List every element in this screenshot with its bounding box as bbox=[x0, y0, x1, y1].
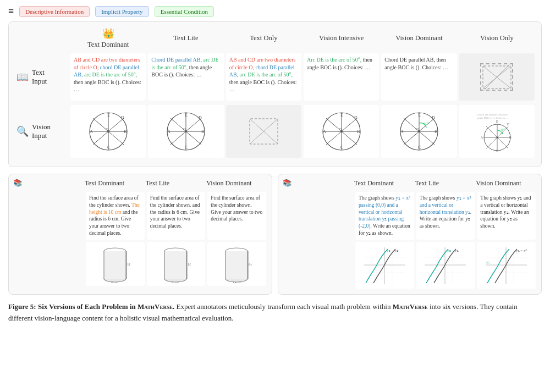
svg-text:10 cm: 10 cm bbox=[188, 262, 191, 267]
legend-icon: ≡ bbox=[8, 5, 14, 17]
svg-text:C: C bbox=[107, 145, 110, 150]
cylinder-content: Find the surface area of the cylinder sh… bbox=[13, 191, 267, 287]
ex-header-text-dom-2: Text Dominant bbox=[354, 179, 415, 187]
svg-text:C: C bbox=[418, 145, 421, 150]
text-input-row: 📖 TextInput AB and CD are two diameters … bbox=[14, 52, 536, 102]
caption-mathverse: MathVerse bbox=[138, 302, 173, 311]
vision-input-row: 🔍 VisionInput E D B A C O bbox=[14, 104, 536, 159]
svg-text:10 cm: 10 cm bbox=[127, 262, 130, 267]
svg-text:B: B bbox=[435, 129, 437, 134]
graph-img-1: y₁ y₂ bbox=[355, 242, 414, 289]
svg-text:y₁: y₁ bbox=[455, 249, 459, 253]
ex-header-text-dom-1: Text Dominant bbox=[85, 179, 146, 187]
svg-text:E: E bbox=[340, 113, 343, 118]
graph-img-3: y₁ = x³ y₂ bbox=[477, 242, 536, 289]
caption-body: Expert annotators meticulously transform… bbox=[177, 302, 393, 311]
svg-text:50°: 50° bbox=[424, 122, 429, 126]
col-header-label-1: Text Dominant bbox=[87, 41, 129, 49]
cylinder-img-1: 10 cm 6 cm bbox=[86, 242, 145, 286]
svg-text:50°: 50° bbox=[501, 128, 505, 131]
svg-text:C: C bbox=[340, 145, 343, 150]
svg-rect-87 bbox=[226, 251, 248, 279]
text-green-3: arc DE is the arc of 50°, bbox=[240, 71, 293, 78]
cell-vision-dom-text: Chord DE parallel AB, then angle BOC is … bbox=[381, 53, 457, 101]
ex-header-text-lite-2: Text Lite bbox=[415, 179, 476, 187]
svg-text:y₂: y₂ bbox=[447, 249, 451, 253]
graph-highlight-1: y₁ = x³ passing (0,0) and a vertical or … bbox=[359, 195, 410, 229]
circle-cell-1: E D B A C O bbox=[70, 105, 146, 158]
svg-text:E: E bbox=[107, 113, 110, 118]
book-icon: 📖 bbox=[16, 71, 29, 83]
svg-point-62 bbox=[496, 136, 498, 138]
graph-text-dom: The graph shows y₁ = x³ passing (0,0) an… bbox=[355, 192, 414, 240]
ex-header-g-label-2: Text Lite bbox=[415, 179, 439, 187]
svg-text:C: C bbox=[185, 145, 188, 150]
cylinder-highlight: The height is 10 cm bbox=[89, 202, 140, 215]
svg-text:E: E bbox=[418, 113, 421, 118]
col-header-text-dominant: 👑 Text Dominant bbox=[69, 27, 147, 49]
graph-highlight-2: y₁ = x³ and a vertical or horizontal tra… bbox=[420, 195, 471, 215]
cylinder-panel: 📚 Text Dominant Text Lite Vision Dominan… bbox=[8, 174, 272, 295]
col-header-text-lite: Text Lite bbox=[147, 34, 224, 42]
svg-text:A: A bbox=[167, 129, 170, 134]
circle-cell-5: 50° E D B A C O bbox=[381, 105, 457, 158]
col-header-vision-only: Vision Only bbox=[458, 34, 536, 42]
circle-empty-cell bbox=[226, 105, 301, 158]
svg-text:B: B bbox=[357, 129, 360, 134]
graph-icon: 📚 bbox=[283, 179, 292, 187]
svg-text:E: E bbox=[496, 120, 498, 123]
cylinder-icon: 📚 bbox=[13, 179, 22, 187]
empty-placeholder-1 bbox=[480, 63, 513, 91]
ex-header-g-label-1: Text Dominant bbox=[354, 179, 394, 187]
svg-text:6 cm: 6 cm bbox=[172, 281, 179, 283]
cell-text-lite-text: Chord DE parallel AB, arc DE is the arc … bbox=[148, 53, 223, 101]
circle-cell-4: E D B A C O bbox=[304, 105, 379, 158]
geometry-figure: 👑 Text Dominant Text Lite Text Only Visi… bbox=[8, 21, 542, 167]
col-header-vision-dominant: Vision Dominant bbox=[380, 34, 458, 42]
cylinder-img-2: 10 cm 6 cm bbox=[147, 242, 206, 286]
vision-input-label: 🔍 VisionInput bbox=[14, 104, 69, 159]
svg-text:O: O bbox=[416, 127, 419, 131]
col-header-label-2: Text Lite bbox=[173, 34, 198, 42]
cylinder-text-dom: Find the surface area of the cylinder sh… bbox=[86, 192, 145, 240]
svg-text:angle BOC is (). Choices: …: angle BOC is (). Choices: … bbox=[477, 117, 509, 119]
examples-row: 📚 Text Dominant Text Lite Vision Dominan… bbox=[8, 174, 542, 295]
col-header-text-only: Text Only bbox=[225, 34, 302, 42]
cell-text-dom-text: AB and CD are two diameters of circle O,… bbox=[70, 53, 146, 101]
svg-text:D: D bbox=[354, 115, 358, 120]
circle-cell-2: E D B A C O bbox=[148, 105, 223, 158]
graph-img-2: y₁ y₂ bbox=[416, 242, 475, 289]
cylinder-img-3: 6 cm 18 cm bbox=[207, 242, 266, 286]
svg-text:E: E bbox=[185, 113, 188, 118]
cylinder-text-vision: Find the surface area of the cylinder sh… bbox=[207, 192, 266, 240]
cell-vision-intensive-text: Arc DE is the arc of 50°, then angle BOC… bbox=[304, 53, 379, 101]
svg-text:D: D bbox=[199, 115, 202, 120]
crown-icon: 👑 bbox=[102, 27, 114, 40]
cylinder-text-lite: Find the surface area of the cylinder sh… bbox=[147, 192, 206, 240]
text-blue-2: Chord DE parallel AB, bbox=[151, 57, 202, 63]
svg-text:y₂: y₂ bbox=[387, 249, 391, 253]
text-green-1: arc DE is the arc of 50°, bbox=[84, 71, 137, 78]
svg-text:y₁: y₁ bbox=[394, 249, 398, 253]
ex-header-vision-dom-1: Vision Dominant bbox=[206, 179, 267, 187]
ex-header-label-2: Text Lite bbox=[146, 179, 169, 187]
graph-col-headers: 📚 Text Dominant Text Lite Vision Dominan… bbox=[283, 179, 537, 187]
svg-text:B: B bbox=[201, 129, 204, 134]
graph-content: The graph shows y₁ = x³ passing (0,0) an… bbox=[283, 191, 537, 290]
col-header-label-3: Text Only bbox=[250, 34, 277, 42]
svg-text:C: C bbox=[496, 149, 498, 152]
row-label-text-input: TextInput bbox=[32, 68, 47, 86]
svg-text:B: B bbox=[124, 129, 127, 134]
ex-header-label-3: Vision Dominant bbox=[206, 179, 251, 187]
svg-text:O: O bbox=[339, 127, 342, 131]
svg-text:O: O bbox=[183, 127, 186, 131]
cell-text-only-text: AB and CD are two diameters of circle O,… bbox=[226, 53, 301, 101]
svg-text:D: D bbox=[432, 115, 435, 120]
col-header-vision-intensive: Vision Intensive bbox=[302, 34, 380, 42]
cylinder-col-headers: 📚 Text Dominant Text Lite Vision Dominan… bbox=[13, 179, 267, 187]
text-input-label: 📖 TextInput bbox=[14, 52, 69, 102]
svg-text:A: A bbox=[323, 129, 326, 134]
text-green-4: Arc DE is the arc of 50°, bbox=[307, 57, 361, 63]
figure-caption: Figure 5: Six Versions of Each Problem i… bbox=[8, 301, 542, 324]
svg-text:B: B bbox=[509, 136, 512, 139]
